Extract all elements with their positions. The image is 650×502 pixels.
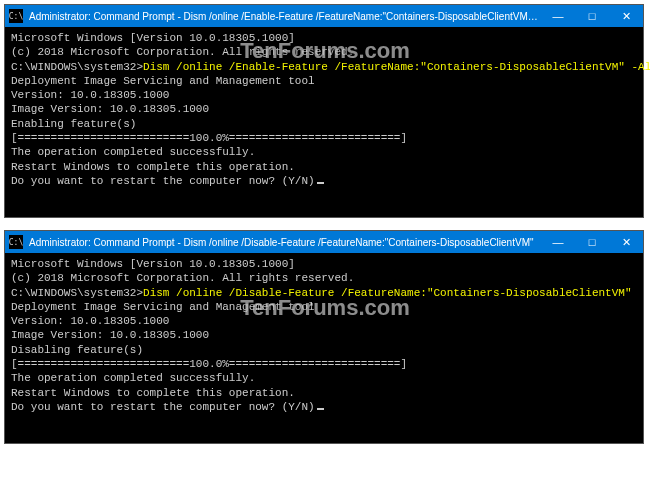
close-button[interactable]: ✕: [609, 5, 643, 27]
cmd-icon: C:\: [9, 9, 23, 23]
titlebar[interactable]: C:\ Administrator: Command Prompt - Dism…: [5, 5, 643, 27]
window-title: Administrator: Command Prompt - Dism /on…: [27, 11, 541, 22]
output-line: Restart Windows to complete this operati…: [11, 386, 637, 400]
output-line: Image Version: 10.0.18305.1000: [11, 328, 637, 342]
progress-line: [==========================100.0%=======…: [11, 357, 637, 371]
output-line: (c) 2018 Microsoft Corporation. All righ…: [11, 271, 637, 285]
output-line: (c) 2018 Microsoft Corporation. All righ…: [11, 45, 637, 59]
command-line: C:\WINDOWS\system32>Dism /online /Enable…: [11, 60, 637, 74]
output-line: Version: 10.0.18305.1000: [11, 88, 637, 102]
prompt: C:\WINDOWS\system32>: [11, 61, 143, 73]
prompt-line: Do you want to restart the computer now?…: [11, 400, 637, 414]
output-line: Version: 10.0.18305.1000: [11, 314, 637, 328]
output-line: Enabling feature(s): [11, 117, 637, 131]
cmd-window-disable: C:\ Administrator: Command Prompt - Dism…: [4, 230, 644, 444]
window-controls: — □ ✕: [541, 231, 643, 253]
cursor: [317, 182, 324, 184]
output-line: Microsoft Windows [Version 10.0.18305.10…: [11, 31, 637, 45]
cmd-window-enable: C:\ Administrator: Command Prompt - Dism…: [4, 4, 644, 218]
command-line: C:\WINDOWS\system32>Dism /online /Disabl…: [11, 286, 637, 300]
progress-line: [==========================100.0%=======…: [11, 131, 637, 145]
terminal-output[interactable]: Microsoft Windows [Version 10.0.18305.10…: [5, 253, 643, 443]
prompt: C:\WINDOWS\system32>: [11, 287, 143, 299]
output-line: Deployment Image Servicing and Managemen…: [11, 74, 637, 88]
maximize-button[interactable]: □: [575, 231, 609, 253]
prompt-line: Do you want to restart the computer now?…: [11, 174, 637, 188]
output-line: The operation completed successfully.: [11, 371, 637, 385]
output-line: Disabling feature(s): [11, 343, 637, 357]
output-line: The operation completed successfully.: [11, 145, 637, 159]
window-title: Administrator: Command Prompt - Dism /on…: [27, 237, 541, 248]
output-line: Restart Windows to complete this operati…: [11, 160, 637, 174]
command-text: Dism /online /Disable-Feature /FeatureNa…: [143, 287, 631, 299]
command-text: Dism /online /Enable-Feature /FeatureNam…: [143, 61, 650, 73]
titlebar[interactable]: C:\ Administrator: Command Prompt - Dism…: [5, 231, 643, 253]
output-line: Microsoft Windows [Version 10.0.18305.10…: [11, 257, 637, 271]
cursor: [317, 408, 324, 410]
minimize-button[interactable]: —: [541, 231, 575, 253]
cmd-icon: C:\: [9, 235, 23, 249]
minimize-button[interactable]: —: [541, 5, 575, 27]
output-line: Deployment Image Servicing and Managemen…: [11, 300, 637, 314]
output-line: Image Version: 10.0.18305.1000: [11, 102, 637, 116]
terminal-output[interactable]: Microsoft Windows [Version 10.0.18305.10…: [5, 27, 643, 217]
maximize-button[interactable]: □: [575, 5, 609, 27]
window-controls: — □ ✕: [541, 5, 643, 27]
close-button[interactable]: ✕: [609, 231, 643, 253]
